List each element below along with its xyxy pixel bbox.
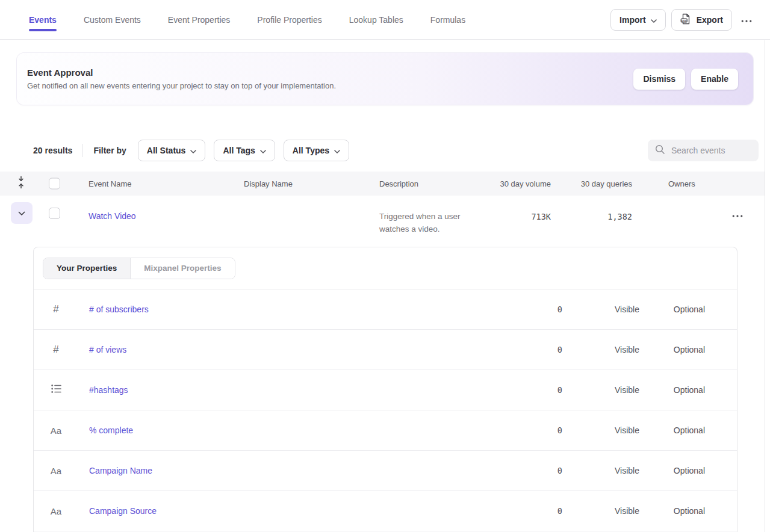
- property-name-link[interactable]: % complete: [89, 425, 133, 435]
- tab-event-properties[interactable]: Event Properties: [168, 0, 231, 39]
- results-count: 20 results: [33, 146, 72, 155]
- status-filter-dropdown[interactable]: All Status: [138, 140, 206, 161]
- tab-lookup-tables-label: Lookup Tables: [349, 15, 403, 25]
- search-input[interactable]: [670, 145, 751, 156]
- tab-lookup-tables[interactable]: Lookup Tables: [349, 0, 403, 39]
- property-count: 0: [557, 506, 562, 516]
- column-30-day-queries: 30 day queries: [581, 179, 632, 188]
- number-type-icon: #: [49, 344, 63, 356]
- collapse-row-button[interactable]: [11, 202, 33, 224]
- property-requirement: Optional: [674, 305, 705, 314]
- row-menu-button[interactable]: [728, 208, 747, 221]
- property-visibility: Visible: [615, 425, 639, 435]
- import-button[interactable]: Import: [610, 9, 666, 31]
- event-volume: 713K: [531, 212, 551, 221]
- csv-file-icon: csv: [680, 13, 692, 26]
- nav-tabs: Events Custom Events Event Properties Pr…: [29, 0, 465, 39]
- property-count: 0: [557, 305, 562, 314]
- property-row: Aa Campaign Name 0 Visible Optional: [34, 451, 737, 491]
- list-type-icon: [49, 385, 63, 396]
- text-type-icon: Aa: [49, 506, 63, 516]
- enable-button[interactable]: Enable: [691, 69, 738, 90]
- tab-your-properties-label: Your Properties: [57, 264, 117, 273]
- search-box[interactable]: [648, 140, 759, 161]
- active-tab-underline: [29, 29, 57, 31]
- banner-text: Event Approval Get notified on all new e…: [27, 67, 336, 90]
- property-name-link[interactable]: Campaign Name: [89, 466, 152, 475]
- property-name-link[interactable]: # of views: [89, 345, 126, 354]
- import-button-label: Import: [619, 15, 646, 25]
- column-description: Description: [379, 179, 418, 188]
- property-visibility: Visible: [615, 305, 639, 314]
- column-30-day-volume: 30 day volume: [500, 179, 551, 188]
- property-requirement: Optional: [674, 506, 705, 516]
- tab-event-properties-label: Event Properties: [168, 15, 231, 25]
- event-row-watch-video: Watch Video Triggered when a user watche…: [0, 196, 765, 247]
- event-name-link[interactable]: Watch Video: [88, 211, 136, 221]
- ellipsis-icon: [732, 210, 743, 219]
- export-button-label: Export: [697, 15, 723, 25]
- ellipsis-icon: [741, 15, 752, 24]
- export-button[interactable]: csv Export: [671, 9, 732, 31]
- property-count: 0: [557, 425, 562, 435]
- tags-filter-dropdown[interactable]: All Tags: [214, 140, 275, 161]
- property-row: Aa Campaign Source 0 Visible Optional: [34, 491, 737, 531]
- collapse-all-icon[interactable]: [17, 176, 25, 191]
- nav-actions: Import csv Export: [610, 9, 756, 31]
- property-row: # # of views 0 Visible Optional: [34, 330, 737, 370]
- more-options-button[interactable]: [737, 13, 756, 26]
- event-queries: 1,382: [607, 212, 632, 221]
- property-visibility: Visible: [615, 385, 639, 395]
- banner-title: Event Approval: [27, 67, 336, 78]
- property-count: 0: [557, 385, 562, 395]
- column-event-name: Event Name: [88, 179, 132, 188]
- number-type-icon: #: [49, 303, 63, 315]
- banner-actions: Dismiss Enable: [633, 69, 738, 90]
- property-requirement: Optional: [674, 466, 705, 475]
- tab-mixpanel-properties[interactable]: Mixpanel Properties: [131, 258, 234, 279]
- property-name-link[interactable]: # of subscribers: [89, 305, 149, 314]
- event-approval-banner: Event Approval Get notified on all new e…: [17, 53, 753, 105]
- events-table-header: Event Name Display Name Description 30 d…: [0, 172, 765, 196]
- event-properties-panel: Your Properties Mixpanel Properties # # …: [33, 247, 737, 532]
- property-requirement: Optional: [674, 345, 705, 354]
- vertical-scrollbar[interactable]: [765, 40, 770, 532]
- column-owners: Owners: [668, 179, 695, 188]
- property-visibility: Visible: [615, 345, 639, 354]
- property-requirement: Optional: [674, 425, 705, 435]
- tab-formulas[interactable]: Formulas: [430, 0, 465, 39]
- status-filter-label: All Status: [147, 146, 186, 155]
- tab-events-label: Events: [29, 15, 57, 25]
- property-row: #hashtags 0 Visible Optional: [34, 370, 737, 410]
- lexicon-events-screen: Events Custom Events Event Properties Pr…: [0, 0, 770, 532]
- property-visibility: Visible: [615, 506, 639, 516]
- chevron-down-icon: [651, 15, 657, 25]
- row-checkbox[interactable]: [49, 208, 60, 219]
- tab-events[interactable]: Events: [29, 0, 57, 39]
- column-display-name: Display Name: [244, 179, 293, 188]
- tab-profile-properties-label: Profile Properties: [257, 15, 321, 25]
- select-all-checkbox[interactable]: [49, 178, 60, 190]
- top-nav: Events Custom Events Event Properties Pr…: [0, 0, 770, 40]
- svg-text:csv: csv: [682, 19, 686, 22]
- property-requirement: Optional: [674, 385, 705, 395]
- types-filter-dropdown[interactable]: All Types: [284, 140, 349, 161]
- tab-profile-properties[interactable]: Profile Properties: [257, 0, 321, 39]
- tab-custom-events-label: Custom Events: [84, 15, 141, 25]
- tab-formulas-label: Formulas: [430, 15, 465, 25]
- property-name-link[interactable]: #hashtags: [89, 385, 128, 395]
- banner-description: Get notified on all new events entering …: [27, 81, 336, 90]
- chevron-down-icon: [18, 209, 25, 218]
- property-count: 0: [557, 345, 562, 354]
- property-name-link[interactable]: Campaign Source: [89, 506, 157, 516]
- dismiss-button[interactable]: Dismiss: [633, 69, 685, 90]
- tab-custom-events[interactable]: Custom Events: [84, 0, 141, 39]
- text-type-icon: Aa: [49, 425, 63, 436]
- property-visibility: Visible: [615, 466, 639, 475]
- search-icon: [655, 144, 665, 156]
- properties-panel-header: Your Properties Mixpanel Properties: [34, 247, 737, 289]
- chevron-down-icon: [260, 146, 266, 155]
- tags-filter-label: All Tags: [223, 146, 255, 155]
- property-count: 0: [557, 466, 562, 475]
- tab-your-properties[interactable]: Your Properties: [43, 258, 131, 279]
